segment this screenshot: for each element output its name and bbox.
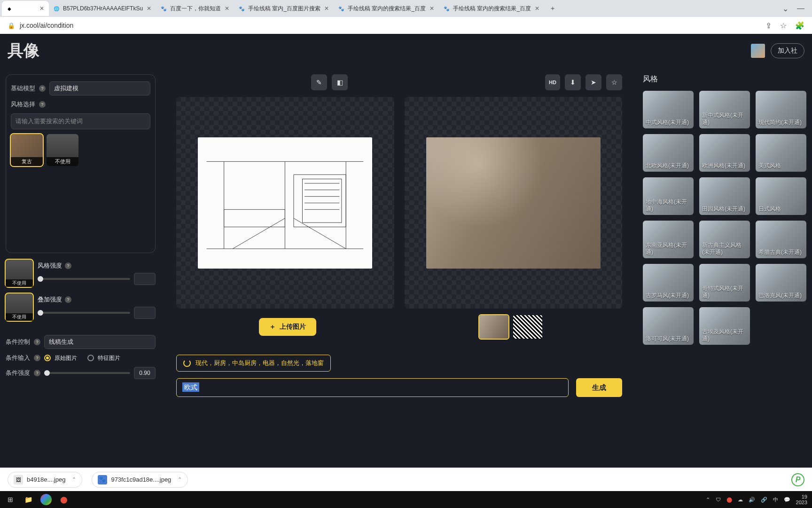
browser-tab[interactable]: 🐾 手绘线稿 室内的搜索结果_百度 ✕ [439,1,544,16]
chevron-down-icon[interactable]: ⌄ [782,4,789,13]
help-icon[interactable]: ? [65,262,71,269]
baidu-favicon-icon: 🐾 [238,5,245,12]
radio-feature-image[interactable] [87,355,94,361]
style-card[interactable]: 希腊古典(未开通) [756,221,806,258]
style-card[interactable]: 古罗马风(未开通) [643,264,694,302]
style-card[interactable]: 新中式风格(未开通) [699,91,750,128]
help-icon[interactable]: ? [65,296,71,303]
overlay-strength-thumb[interactable]: 不使用 [6,294,33,321]
output-canvas[interactable] [405,97,623,309]
style-strength-thumb[interactable]: 不使用 [6,260,33,287]
condition-weight-value[interactable]: 0.90 [134,367,156,379]
close-icon[interactable]: ✕ [534,5,540,12]
style-card[interactable]: 中式风格(未开通) [643,91,694,128]
help-icon[interactable]: ? [34,339,40,345]
prompt-input[interactable]: 欧式 [176,378,569,397]
tab-title: 手绘线稿 室内的搜索结果_百度 [453,5,531,13]
condition-weight-slider[interactable] [44,372,130,374]
download-item[interactable]: 🖼 b4918e....jpeg ⌃ [8,472,82,488]
ime-indicator[interactable]: 中 [773,496,778,503]
style-card[interactable]: 田园风格(未开通) [699,177,750,215]
lock-icon[interactable]: 🔒 [8,22,15,29]
input-canvas[interactable] [176,97,394,309]
chevron-up-icon[interactable]: ⌃ [178,476,182,483]
refresh-icon[interactable] [183,359,191,367]
chrome-icon[interactable] [40,494,52,505]
style-card[interactable]: 巴洛克风(未开通) [756,264,806,302]
style-preset-none[interactable]: 不使用 [47,134,78,166]
style-card[interactable]: 地中海风格(未开通) [643,177,694,215]
style-strength-slider[interactable] [38,278,130,280]
close-icon[interactable]: ✕ [429,5,435,12]
security-icon[interactable]: 🛡 [716,497,721,502]
new-tab-button[interactable]: ＋ [547,3,558,14]
help-icon[interactable]: ? [39,85,46,92]
style-preset-retro[interactable]: 复古 [11,134,43,166]
browser-tab[interactable]: 🐾 手绘线稿 室内_百度图片搜索 ✕ [234,1,334,16]
close-icon[interactable]: ✕ [224,5,230,12]
favorite-icon[interactable]: ☆ [606,74,622,90]
help-icon[interactable]: ? [39,101,46,108]
help-icon[interactable]: ? [34,370,40,376]
show-all-downloads[interactable]: P [791,473,804,486]
task-view-icon[interactable]: ⊞ [5,494,16,505]
browser-tab[interactable]: ◆ ✕ [2,1,49,16]
favicon-icon: 🌐 [53,5,60,12]
style-card[interactable]: 日式风格 [756,177,806,215]
style-strength-value[interactable] [134,273,156,285]
upload-button[interactable]: ＋ 上传图片 [259,318,316,336]
chevron-up-icon[interactable]: ⌃ [72,476,76,483]
style-card[interactable]: 东南亚风格(未开通) [643,221,694,258]
overlay-strength-value[interactable] [134,307,156,319]
prompt-suggestion[interactable]: 现代，厨房，中岛厨房，电器，自然光，落地窗 [176,355,331,372]
base-model-select[interactable]: 虚拟建模 [49,81,150,95]
style-card[interactable]: 古埃及风格(未开通) [699,307,750,345]
chat-icon[interactable]: 💬 [784,497,790,503]
tray-icon[interactable]: ⌃ [706,497,710,503]
browser-tab[interactable]: 🐾 百度一下，你就知道 ✕ [156,1,234,16]
tray-record-icon[interactable]: ⬤ [726,497,732,503]
avatar[interactable] [751,44,765,58]
cloud-icon[interactable]: ☁ [738,497,743,503]
eraser-tool-icon[interactable]: ◧ [332,74,348,90]
bookmark-star-icon[interactable]: ☆ [780,21,787,30]
style-card[interactable]: 北欧风格(未开通) [643,134,694,172]
condition-input-label: 条件输入 [6,354,30,362]
overlay-strength-slider[interactable] [38,312,130,314]
radio-original-image[interactable] [44,355,51,361]
style-search-input[interactable]: 请输入需要搜索的关键词 [11,113,150,129]
close-icon[interactable]: ✕ [39,5,45,12]
brush-tool-icon[interactable]: ✎ [311,74,327,90]
style-card[interactable]: 哥特式风格(未开通) [699,264,750,302]
join-community-button[interactable]: 加入社 [771,43,804,58]
clock[interactable]: 19 2023 [796,494,807,505]
hd-button[interactable]: HD [545,74,560,90]
help-icon[interactable]: ? [34,355,40,361]
style-card[interactable]: 现代简约(未开通) [756,91,806,128]
condition-control-select[interactable]: 线稿生成 [44,335,156,349]
volume-icon[interactable]: 🔊 [749,497,755,503]
browser-tab[interactable]: 🌐 B57PLD6b37HrAAAAAElFTkSu ✕ [49,1,156,16]
browser-tab[interactable]: 🐾 手绘线稿 室内的搜索结果_百度 ✕ [334,1,439,16]
network-icon[interactable]: 🔗 [761,497,767,503]
url-text[interactable]: jx.cool/ai/condition [20,22,73,29]
minimize-icon[interactable]: — [797,4,804,13]
share-icon[interactable]: ⇪ [765,21,772,30]
file-explorer-icon[interactable]: 📁 [23,494,34,505]
record-icon[interactable]: ⬤ [58,494,70,505]
style-card[interactable]: 欧洲风格(未开通) [699,134,750,172]
extensions-icon[interactable]: 🧩 [795,21,804,30]
download-item[interactable]: 🐾 973fc1c9ad18e....jpeg ⌃ [92,472,188,488]
generate-button[interactable]: 生成 [576,378,622,397]
download-icon[interactable]: ⬇ [565,74,581,90]
result-thumbnail[interactable] [479,315,508,339]
style-card[interactable]: 美式风格 [756,134,806,172]
style-card-label: 北欧风格(未开通) [646,162,691,170]
close-icon[interactable]: ✕ [323,5,330,12]
send-icon[interactable]: ➤ [586,74,601,90]
style-card[interactable]: 洛可可风(未开通) [643,307,694,345]
style-card-label: 美式风格 [758,162,804,170]
style-card[interactable]: 新古典主义风格(未开通) [699,221,750,258]
close-icon[interactable]: ✕ [146,5,152,12]
result-thumbnail[interactable] [513,315,542,339]
